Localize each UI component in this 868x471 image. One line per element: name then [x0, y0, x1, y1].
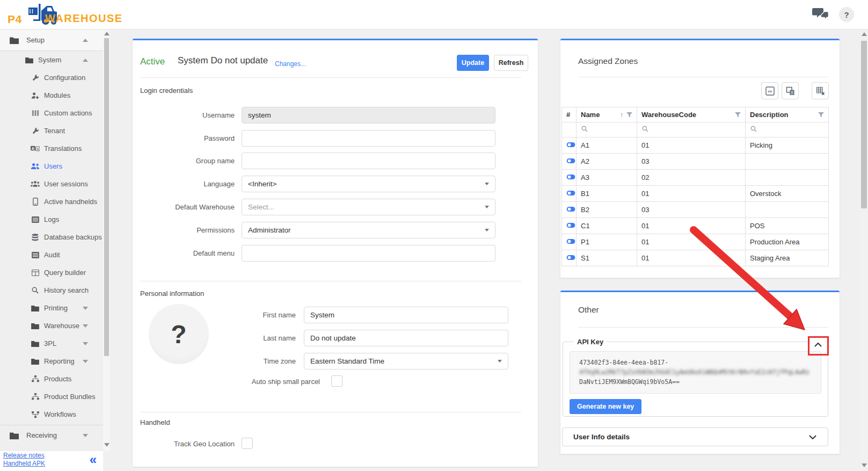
sidebar-item-label: Database backups [44, 233, 102, 241]
scroll-up-arrow-icon[interactable] [104, 32, 110, 35]
update-button[interactable]: Update [457, 55, 489, 71]
app-logo[interactable]: P4 WAREHOUSE [8, 3, 131, 27]
handheld-apk-link[interactable]: Handheld APK [3, 460, 103, 467]
sidebar-item-users[interactable]: Users [0, 157, 103, 175]
sidebar-item-query-builder[interactable]: Query builder [0, 264, 103, 281]
filter-funnel-icon[interactable] [626, 112, 632, 118]
table-row[interactable]: P101Production Area [562, 234, 829, 250]
release-notes-link[interactable]: Release notes [3, 452, 103, 459]
sidebar-item-custom-actions[interactable]: Custom actions [0, 104, 103, 122]
refresh-button[interactable]: Refresh [494, 55, 528, 71]
col-header-warehousecode[interactable]: WarehouseCode [637, 107, 746, 122]
sidebar-item-warehouse[interactable]: Warehouse [0, 317, 103, 335]
sort-ascending-icon[interactable]: ↑ [620, 111, 623, 119]
sidebar-item-audit[interactable]: Audit [0, 246, 103, 264]
group-name-input[interactable] [242, 153, 495, 169]
chat-button[interactable] [811, 6, 829, 23]
table-row[interactable]: A101Picking [562, 137, 829, 154]
col-header-name[interactable]: Name ↑ [577, 107, 637, 122]
sidebar-item-products[interactable]: Products [0, 370, 103, 388]
sidebar-item-configuration[interactable]: Configuration [0, 69, 103, 86]
row-toggle-cell[interactable] [562, 186, 577, 202]
name-filter-cell[interactable] [577, 122, 637, 137]
sidebar-item-3pl[interactable]: 3PL [0, 335, 103, 352]
sidebar-scrollbar[interactable] [103, 30, 110, 451]
window-scrollbar[interactable] [860, 30, 868, 471]
sidebar-item-logs[interactable]: Logs [0, 211, 103, 228]
row-toggle-cell[interactable] [562, 202, 577, 218]
export-xlsx-button[interactable]: xls [761, 82, 778, 99]
user-info-details-expander[interactable]: User Info details [562, 427, 828, 446]
table-row[interactable]: A203 [562, 154, 829, 170]
sidebar-item-history-search[interactable]: History search [0, 281, 103, 299]
table-row[interactable]: C101POS [562, 218, 829, 234]
chevron-down-icon[interactable] [83, 324, 88, 328]
sidebar-item-printing[interactable]: Printing [0, 299, 103, 317]
group-name-row: Group name [140, 153, 516, 169]
sidebar-item-product-bundles[interactable]: Product Bundles [0, 388, 103, 405]
database-icon [31, 234, 40, 241]
chevron-down-icon[interactable] [83, 360, 88, 363]
sidebar-item-modules[interactable]: Modules [0, 86, 103, 104]
window-scrollbar-thumb[interactable] [861, 41, 867, 208]
table-row[interactable]: B203 [562, 202, 829, 218]
column-chooser-button[interactable] [782, 82, 799, 99]
time-zone-select[interactable]: Eastern Standard Time [304, 353, 508, 369]
chevron-down-icon[interactable] [83, 342, 88, 345]
permissions-select[interactable]: Administrator [242, 222, 495, 238]
row-toggle-cell[interactable] [562, 250, 577, 266]
help-button[interactable]: ? [839, 6, 854, 23]
col-header-description[interactable]: Description [746, 107, 829, 122]
scroll-down-arrow-icon[interactable] [104, 443, 110, 447]
row-toggle-cell[interactable] [562, 154, 577, 170]
sidebar-item-reporting[interactable]: Reporting [0, 352, 103, 370]
clear-grid-button[interactable] [812, 82, 829, 99]
chevron-down-icon[interactable] [83, 307, 88, 310]
filter-funnel-icon[interactable] [818, 112, 824, 118]
user-form-title: System Do not update [178, 55, 268, 66]
time-zone-value: Eastern Standard Time [310, 357, 384, 365]
code-filter-cell[interactable] [637, 122, 746, 137]
password-input[interactable] [242, 130, 495, 147]
language-select[interactable]: <Inherit> [242, 176, 495, 192]
filter-cell [562, 122, 577, 137]
last-name-input[interactable] [304, 330, 508, 346]
default-menu-input[interactable] [242, 245, 495, 262]
default-warehouse-select[interactable]: Select... [242, 199, 495, 215]
sidebar-item-translations[interactable]: Aa Translations [0, 140, 103, 157]
folder-icon [31, 305, 40, 311]
desc-filter-cell[interactable] [746, 122, 829, 137]
chevron-up-icon[interactable] [83, 59, 88, 62]
generate-new-key-button[interactable]: Generate new key [570, 399, 641, 414]
scroll-up-arrow-icon[interactable] [862, 32, 867, 36]
sidebar-item-user-sessions[interactable]: User sessions [0, 175, 103, 193]
chevron-down-icon[interactable] [83, 434, 88, 437]
row-toggle-cell[interactable] [562, 234, 577, 250]
sidebar-item-setup[interactable]: Setup [0, 30, 103, 51]
auto-ship-checkbox[interactable] [331, 375, 342, 387]
sidebar-item-tenant[interactable]: Tenant [0, 122, 103, 140]
sidebar-item-receiving[interactable]: Receiving [0, 425, 103, 445]
scroll-down-arrow-icon[interactable] [862, 463, 867, 467]
sidebar-item-workflows[interactable]: Workflows [0, 405, 103, 423]
chevron-up-icon[interactable] [83, 39, 88, 42]
filter-funnel-icon[interactable] [734, 112, 741, 118]
username-input[interactable] [242, 107, 495, 124]
sidebar-item-system[interactable]: System [0, 51, 103, 69]
sidebar-item-database-backups[interactable]: Database backups [0, 228, 103, 246]
track-geo-checkbox[interactable] [242, 438, 253, 449]
col-header-index[interactable]: # [562, 107, 577, 122]
row-toggle-cell[interactable] [562, 218, 577, 234]
table-row[interactable]: A302 [562, 170, 829, 186]
section-divider [578, 327, 828, 328]
row-toggle-cell[interactable] [562, 170, 577, 186]
sidebar-scrollbar-thumb[interactable] [104, 38, 109, 356]
changes-link[interactable]: Changes... [275, 60, 306, 68]
sidebar-collapse-icon[interactable]: « [90, 452, 97, 467]
table-row[interactable]: S101Staging Area [562, 250, 829, 266]
row-toggle-cell[interactable] [562, 137, 577, 154]
grid-clear-icon [816, 86, 825, 96]
sidebar-item-active-handhelds[interactable]: Active handhelds [0, 193, 103, 211]
table-row[interactable]: B101Overstock [562, 186, 829, 202]
first-name-input[interactable] [304, 307, 508, 323]
